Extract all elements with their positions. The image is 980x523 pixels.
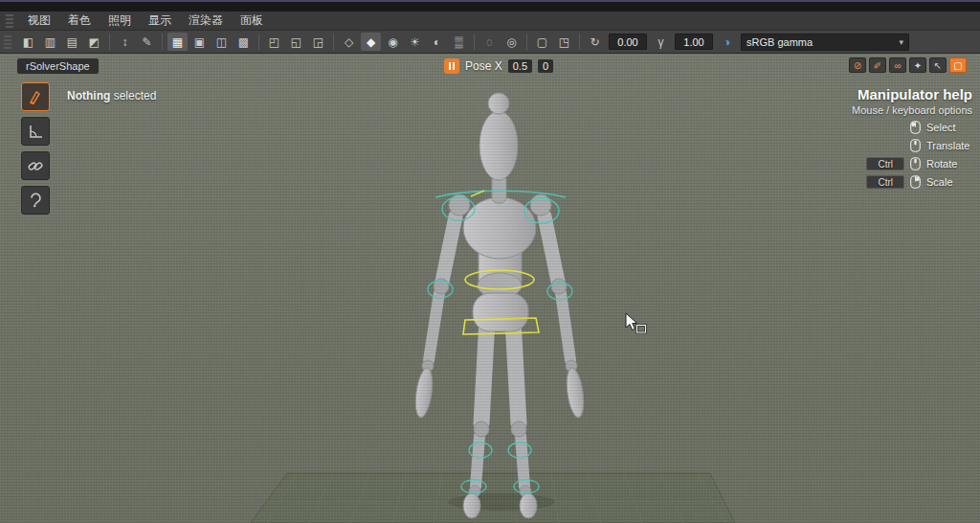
isolate-select-icon[interactable]: ◌	[479, 33, 500, 51]
field-chart-icon[interactable]: ◰	[264, 33, 284, 51]
manipulator-help-title: Manipulator help	[752, 86, 972, 102]
window-accent-line	[0, 0, 980, 2]
marker-icon	[27, 88, 44, 105]
chevron-down-icon: ▾	[899, 37, 903, 47]
hook-icon	[27, 192, 44, 209]
safe-title-icon[interactable]: ◲	[308, 33, 328, 51]
mouse-left-icon	[910, 121, 921, 134]
colorspace-value: sRGB gamma	[746, 36, 899, 48]
pose-value-2[interactable]: 0	[538, 59, 553, 73]
toolbar-grip[interactable]	[4, 35, 11, 49]
ctrl-key-badge: Ctrl	[866, 157, 904, 171]
panel-toggle-button[interactable]: ▢	[949, 57, 967, 73]
gate-mask-icon[interactable]: ▩	[234, 33, 254, 51]
help-label-rotate: Rotate	[926, 158, 972, 170]
manipulator-help-panel: Manipulator help Mouse / keyboard option…	[752, 86, 972, 189]
pick-pivot-button[interactable]: ✐	[869, 57, 886, 73]
toolbar-separator	[109, 34, 110, 50]
link-button[interactable]: ∞	[889, 57, 906, 73]
menu-renderer[interactable]: 渲染器	[180, 11, 232, 31]
wireframe-display-icon[interactable]: ◇	[339, 33, 359, 51]
mouse-middle-icon	[910, 157, 921, 171]
pose-hud: Pose X 0.5 0	[444, 58, 553, 74]
viewport-toolbar: ◧ ▥ ▤ ◩ ↕ ✎ ▦ ▣ ◫ ▩ ◰ ◱ ◲ ◇ ◆ ◉ ☀ ◐ ▒ ◌ …	[0, 31, 980, 54]
image-plane-icon[interactable]: ◎	[501, 33, 522, 51]
toolbar-separator	[474, 34, 475, 50]
edit-mode-icon[interactable]: ✎	[137, 33, 157, 51]
gamma-icon[interactable]: γ	[651, 33, 671, 51]
help-label-translate: Translate	[926, 140, 972, 151]
color-management-icon[interactable]: ◑	[717, 33, 737, 51]
safe-action-icon[interactable]: ◱	[286, 33, 306, 51]
toolbar-separator	[258, 34, 259, 50]
resolution-gate-icon[interactable]: ◫	[212, 33, 232, 51]
viewport-3d[interactable]: rSolverShape Nothing selected Pose X 0.5…	[0, 54, 980, 523]
marker-tool-button[interactable]	[21, 82, 50, 111]
textured-mode-icon[interactable]: ▤	[62, 33, 82, 51]
panel-menu-bar: 视图 着色 照明 显示 渲染器 面板	[0, 11, 980, 31]
menu-panels[interactable]: 面板	[232, 11, 272, 31]
toolbar-separator	[579, 34, 580, 50]
two-sided-lighting-icon[interactable]: ↕	[115, 33, 135, 51]
xray-display-icon[interactable]: ▢	[532, 33, 552, 51]
mouse-middle-icon	[910, 139, 921, 152]
help-label-scale: Scale	[926, 176, 972, 188]
mannequin-figure[interactable]	[412, 93, 586, 518]
snap-magnet-button[interactable]: ⊘	[849, 57, 866, 73]
selection-status-rest: selected	[110, 89, 156, 102]
default-material-icon[interactable]: ◩	[84, 33, 104, 51]
ground-plane	[251, 473, 735, 523]
character-button[interactable]: ✦	[909, 57, 926, 73]
plain-shade-icon[interactable]: ◧	[18, 33, 38, 51]
selection-status-bold: Nothing	[67, 89, 110, 102]
help-row-rotate: Ctrl Rotate	[752, 157, 972, 171]
wireframe-on-shaded-icon[interactable]: ▥	[40, 33, 60, 51]
mouse-right-icon	[910, 175, 921, 189]
selection-status: Nothing selected	[67, 89, 156, 102]
menu-lighting[interactable]: 照明	[100, 11, 140, 31]
screen-space-ao-icon[interactable]: ▒	[449, 33, 469, 51]
tool-column	[21, 82, 50, 215]
hardware-texturing-icon[interactable]: ◉	[383, 33, 403, 51]
pose-value-1[interactable]: 0.5	[508, 59, 532, 73]
exposure-icon[interactable]: ↻	[585, 33, 605, 51]
menu-grip[interactable]	[6, 14, 13, 28]
exposure-field[interactable]: 0.00	[609, 34, 647, 50]
measure-tool-button[interactable]	[21, 117, 50, 146]
quick-access-buttons: ⊘ ✐ ∞ ✦ ↖ ▢	[849, 57, 967, 73]
link-tool-button[interactable]	[21, 151, 50, 180]
chain-link-icon	[27, 157, 44, 174]
grid-toggle-icon[interactable]: ▦	[167, 33, 188, 51]
shape-name-label: rSolverShape	[17, 58, 99, 74]
help-label-select: Select	[926, 122, 972, 133]
expand-view-button[interactable]: ↖	[929, 57, 947, 73]
manipulator-help-subtitle: Mouse / keyboard options	[752, 104, 972, 116]
gamma-field[interactable]: 1.00	[675, 34, 713, 50]
smooth-shade-icon[interactable]: ◆	[361, 33, 381, 51]
menu-view[interactable]: 视图	[19, 11, 59, 31]
toolbar-separator	[162, 34, 163, 50]
menu-shading[interactable]: 着色	[59, 11, 100, 31]
help-row-translate: Translate	[752, 139, 972, 152]
toolbar-separator	[526, 34, 527, 50]
ctrl-key-badge: Ctrl	[866, 175, 904, 189]
help-row-scale: Ctrl Scale	[752, 175, 972, 189]
hook-tool-button[interactable]	[21, 186, 50, 215]
use-all-lights-icon[interactable]: ☀	[405, 33, 425, 51]
camera-settings-icon[interactable]: ◳	[554, 33, 574, 51]
angle-icon	[27, 123, 44, 140]
pose-label: Pose X	[465, 59, 502, 73]
pose-pause-icon[interactable]	[444, 58, 459, 74]
shadows-icon[interactable]: ◐	[427, 33, 447, 51]
menu-show[interactable]: 显示	[140, 11, 180, 31]
film-gate-icon[interactable]: ▣	[189, 33, 210, 51]
toolbar-separator	[333, 34, 334, 50]
colorspace-dropdown[interactable]: sRGB gamma ▾	[741, 34, 909, 51]
help-row-select: Select	[752, 121, 972, 134]
